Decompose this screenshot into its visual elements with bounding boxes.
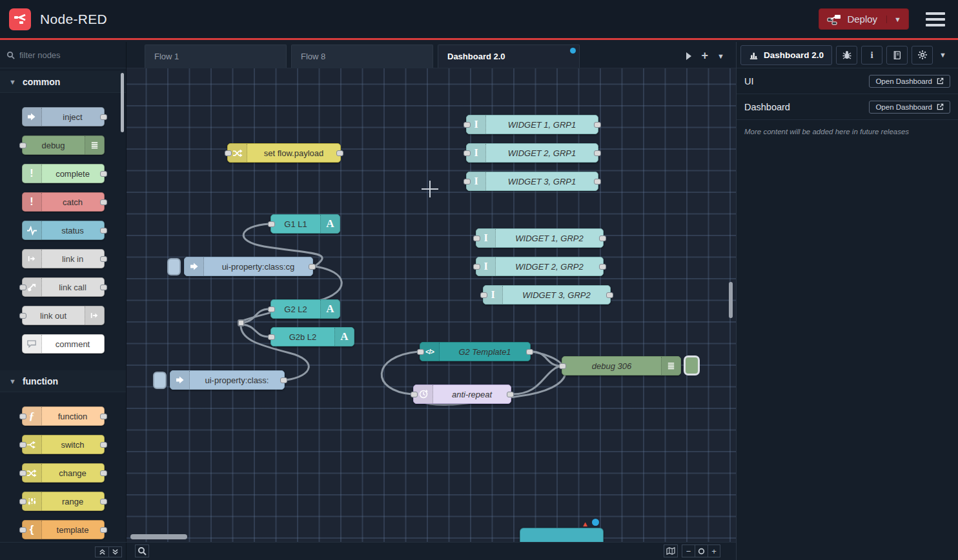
palette-section-function[interactable]: ▼function xyxy=(0,370,126,392)
zoom-in-button[interactable]: + xyxy=(708,545,720,557)
input-port[interactable] xyxy=(464,150,471,156)
deploy-options-caret[interactable]: ▼ xyxy=(886,15,908,23)
flow-node-ui-property-class-cg[interactable]: ui-property:class:cg xyxy=(184,257,313,276)
output-port[interactable] xyxy=(100,228,107,234)
input-port[interactable] xyxy=(268,334,275,340)
flow-node-widget-1-grp1[interactable]: IWIDGET 1, GRP1 xyxy=(466,115,598,134)
deploy-button[interactable]: Deploy ▼ xyxy=(819,8,909,30)
debug-toggle-button[interactable] xyxy=(684,355,700,375)
flow-node-anti-repeat[interactable]: anti-repeat xyxy=(413,385,511,404)
wire[interactable] xyxy=(243,309,269,323)
input-port[interactable] xyxy=(19,143,26,148)
filter-nodes-input[interactable] xyxy=(19,50,110,60)
input-port[interactable] xyxy=(464,179,471,185)
flow-node-g2-template1[interactable]: </>G2 Template1 xyxy=(420,342,531,361)
palette-scrollbar[interactable] xyxy=(121,73,124,132)
output-port[interactable] xyxy=(599,264,606,270)
input-port[interactable] xyxy=(19,499,26,505)
palette-node-complete[interactable]: !complete xyxy=(22,164,105,183)
wire[interactable] xyxy=(513,366,560,394)
gear-settings-button[interactable] xyxy=(912,46,933,65)
flow-list-caret[interactable]: ▼ xyxy=(717,52,724,60)
canvas-h-scrollbar[interactable] xyxy=(130,534,187,539)
palette-node-function[interactable]: ƒfunction xyxy=(22,406,105,426)
palette-node-link-in[interactable]: link in xyxy=(22,249,105,268)
input-port[interactable] xyxy=(559,363,566,369)
output-port[interactable] xyxy=(100,527,107,533)
output-port[interactable] xyxy=(606,292,613,298)
input-port[interactable] xyxy=(225,150,232,156)
flow-node-widget-2-grp2[interactable]: IWIDGET 2, GRP2 xyxy=(476,257,604,276)
output-port[interactable] xyxy=(507,392,514,397)
search-flows-button[interactable] xyxy=(135,545,149,557)
input-port[interactable] xyxy=(411,392,418,397)
inject-trigger-button[interactable] xyxy=(167,258,181,275)
input-port[interactable] xyxy=(480,292,487,298)
palette-node-catch[interactable]: !catch xyxy=(22,192,105,212)
palette-node-link-out[interactable]: link out xyxy=(22,306,105,325)
sidebar-tab-dashboard[interactable]: Dashboard 2.0 xyxy=(740,45,832,65)
flow-node-widget-2-grp1[interactable]: IWIDGET 2, GRP1 xyxy=(466,143,598,163)
flow-node-g2b-l2[interactable]: G2b L2A xyxy=(270,327,354,346)
palette-node-inject[interactable]: inject xyxy=(22,107,105,126)
double-chevron-down-icon[interactable] xyxy=(108,546,122,557)
input-port[interactable] xyxy=(19,442,26,448)
output-port[interactable] xyxy=(100,470,107,476)
flow-node-set-flow-payload[interactable]: set flow.payload xyxy=(227,143,341,163)
tab-dashboard-2.0[interactable]: Dashboard 2.0 xyxy=(438,45,580,68)
output-port[interactable] xyxy=(594,179,601,185)
palette-node-range[interactable]: range xyxy=(22,492,105,511)
wire[interactable] xyxy=(243,325,269,337)
double-chevron-up-icon[interactable] xyxy=(95,546,108,557)
input-port[interactable] xyxy=(19,285,26,290)
flow-node-debug-306[interactable]: debug 306 xyxy=(562,356,681,375)
input-port[interactable] xyxy=(19,470,26,476)
input-port[interactable] xyxy=(268,221,275,227)
flow-canvas[interactable]: set flow.payloadIWIDGET 1, GRP1IWIDGET 2… xyxy=(127,68,736,542)
canvas-v-scrollbar[interactable] xyxy=(729,282,733,318)
debug-panel-button[interactable] xyxy=(836,46,857,65)
palette-section-common[interactable]: ▼common xyxy=(0,71,126,93)
palette-node-debug[interactable]: debug xyxy=(22,135,105,155)
flow-node-g1-l1[interactable]: G1 L1A xyxy=(270,214,340,234)
input-port[interactable] xyxy=(417,349,424,355)
help-book-button[interactable] xyxy=(886,46,908,65)
zoom-reset-button[interactable] xyxy=(695,545,708,557)
flow-node-widget-3-grp1[interactable]: IWIDGET 3, GRP1 xyxy=(466,172,598,191)
palette-node-link-call[interactable]: link call xyxy=(22,277,105,297)
output-port[interactable] xyxy=(100,442,107,448)
input-port[interactable] xyxy=(268,306,275,312)
zoom-out-button[interactable]: − xyxy=(682,545,695,557)
output-port[interactable] xyxy=(526,349,533,355)
inject-trigger-button[interactable] xyxy=(153,372,167,389)
palette-node-switch[interactable]: switch xyxy=(22,435,105,454)
tab-scroll-right-icon[interactable] xyxy=(685,52,693,61)
output-port[interactable] xyxy=(599,235,606,241)
input-port[interactable] xyxy=(473,235,480,241)
output-port[interactable] xyxy=(594,122,601,128)
palette-node-status[interactable]: status xyxy=(22,221,105,240)
output-port[interactable] xyxy=(100,499,107,505)
partial-node[interactable] xyxy=(520,528,604,542)
input-port[interactable] xyxy=(473,264,480,270)
flow-node-widget-1-grp2[interactable]: IWIDGET 1, GRP2 xyxy=(476,228,604,248)
input-port[interactable] xyxy=(19,313,26,319)
input-port[interactable] xyxy=(19,527,26,533)
palette-node-template[interactable]: {template xyxy=(22,520,105,539)
add-flow-button[interactable]: + xyxy=(702,49,709,63)
input-port[interactable] xyxy=(19,414,26,419)
flow-node-g2-l2[interactable]: G2 L2A xyxy=(270,299,340,319)
output-port[interactable] xyxy=(309,264,316,270)
output-port[interactable] xyxy=(594,150,601,156)
open-dashboard-button[interactable]: Open Dashboard xyxy=(869,75,950,88)
palette-node-change[interactable]: change xyxy=(22,463,105,483)
flow-node-widget-3-grp2[interactable]: IWIDGET 3, GRP2 xyxy=(483,285,611,305)
input-port[interactable] xyxy=(464,122,471,128)
map-navigator-button[interactable] xyxy=(664,545,678,557)
tab-flow-1[interactable]: Flow 1 xyxy=(145,45,287,68)
output-port[interactable] xyxy=(100,285,107,290)
output-port[interactable] xyxy=(100,199,107,205)
output-port[interactable] xyxy=(100,256,107,262)
sidebar-caret[interactable]: ▼ xyxy=(939,51,946,59)
open-dashboard-button[interactable]: Open Dashboard xyxy=(869,101,950,114)
